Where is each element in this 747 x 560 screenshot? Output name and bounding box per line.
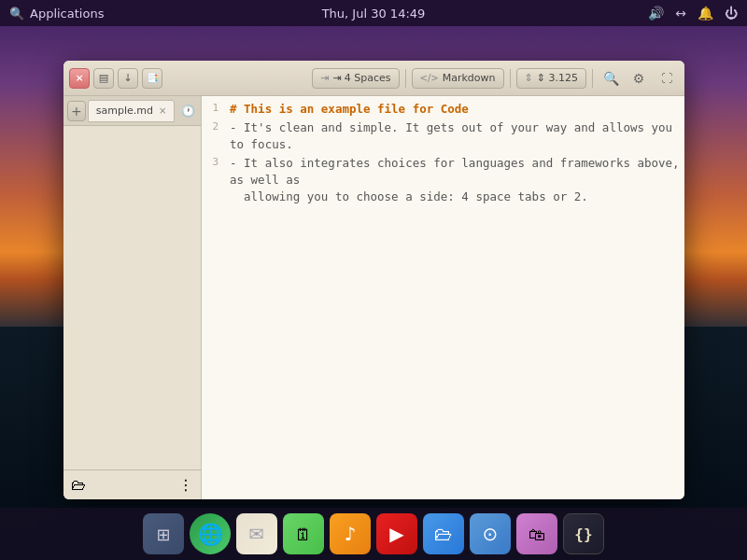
store-icon: 🛍 — [529, 525, 545, 544]
dock-item-browser[interactable]: 🌐 — [190, 513, 231, 554]
top-panel-left: 🔍 Applications — [9, 7, 104, 21]
plus-icon: + — [71, 104, 82, 119]
mail-icon: ✉ — [249, 523, 265, 545]
dock-item-store[interactable]: 🛍 — [516, 513, 557, 554]
top-panel: 🔍 Applications Thu, Jul 30 14:49 🔊 ↔ 🔔 ⏻ — [0, 0, 747, 26]
gear-icon: ⚙ — [633, 71, 645, 86]
dock: ⊞ 🌐 ✉ 🗓 ♪ ▶ 🗁 ⊙ 🛍 {} — [0, 508, 747, 560]
volume-icon[interactable]: 🔊 — [648, 6, 664, 21]
applications-label[interactable]: Applications — [30, 7, 104, 21]
files-icon: 🗁 — [434, 523, 453, 545]
sidebar: + sample.md × 🕐 🗁 ⋮ — [63, 96, 202, 499]
fullscreen-icon: ⛶ — [661, 72, 672, 85]
windows-overview-icon: ⊞ — [156, 525, 170, 544]
history-icon: 🕐 — [181, 105, 195, 118]
dock-item-windows-overview[interactable]: ⊞ — [143, 513, 184, 554]
settings-button[interactable]: ⚙ — [627, 66, 651, 91]
browser-icon: 🌐 — [198, 523, 223, 546]
top-panel-center: Thu, Jul 30 14:49 — [322, 7, 426, 21]
toolbar-separator-2 — [510, 69, 511, 88]
toolbar-separator-3 — [592, 69, 593, 88]
sidebar-bottom: 🗁 ⋮ — [63, 469, 201, 499]
fullscreen-button[interactable]: ⛶ — [655, 66, 679, 91]
dock-item-files[interactable]: 🗁 — [423, 513, 464, 554]
code-line-2: 2 - It's clean and simple. It gets out o… — [202, 119, 684, 154]
spaces-label: ⇥ 4 Spaces — [332, 72, 390, 84]
tab-close-button[interactable]: × — [159, 105, 166, 116]
tab-filename: sample.md — [96, 105, 153, 117]
spaces-selector[interactable]: ⇥ ⇥ 4 Spaces — [312, 68, 400, 89]
dock-item-mail[interactable]: ✉ — [236, 513, 277, 554]
bookmark-button[interactable]: 📑 — [142, 68, 162, 89]
code-brackets-icon: {} — [574, 525, 592, 543]
settings-toggle-icon: ⊙ — [483, 523, 499, 545]
line-content-1: # This is an example file for Code — [226, 101, 684, 118]
zoom-label: ⇕ 3.125 — [537, 72, 578, 84]
datetime-display: Thu, Jul 30 14:49 — [322, 7, 426, 21]
dock-item-settings[interactable]: ⊙ — [470, 513, 511, 554]
spaces-icon: ⇥ — [320, 72, 329, 84]
search-button[interactable]: 🔍 — [599, 66, 623, 91]
youtube-icon: ▶ — [389, 523, 403, 545]
search-icon: 🔍 — [9, 7, 24, 21]
dock-item-code[interactable]: {} — [563, 513, 604, 554]
dock-item-youtube[interactable]: ▶ — [376, 513, 417, 554]
code-line-3: 3 - It also integrates choices for langu… — [202, 154, 684, 206]
zoom-icon: ⇕ — [525, 72, 533, 84]
tab-item-sample-md[interactable]: sample.md × — [88, 100, 176, 122]
language-label: Markdown — [443, 72, 496, 84]
music-icon: ♪ — [345, 523, 357, 545]
toolbar-separator-1 — [405, 69, 406, 88]
close-button[interactable]: × — [69, 68, 90, 89]
tab-history-button[interactable]: 🕐 — [178, 101, 197, 121]
dock-item-music[interactable]: ♪ — [330, 513, 371, 554]
download-icon: ↓ — [123, 72, 132, 84]
line-content-3: - It also integrates choices for languag… — [226, 155, 684, 205]
search-icon-toolbar: 🔍 — [603, 71, 619, 86]
zoom-selector[interactable]: ⇕ ⇕ 3.125 — [516, 68, 586, 89]
top-panel-right: 🔊 ↔ 🔔 ⏻ — [648, 6, 738, 21]
folder-icon: ▤ — [99, 72, 108, 84]
sidebar-folder-icon[interactable]: 🗁 — [71, 476, 86, 494]
network-icon[interactable]: ↔ — [675, 6, 686, 21]
power-icon[interactable]: ⏻ — [725, 6, 738, 21]
language-selector[interactable]: </> Markdown — [412, 68, 504, 89]
notifications-icon[interactable]: 🔔 — [698, 6, 713, 21]
window-toolbar: × ▤ ↓ 📑 ⇥ ⇥ 4 Spaces </> Markdown ⇕ ⇕ 3.… — [63, 61, 684, 96]
editor-content[interactable]: 1 # This is an example file for Code 2 -… — [202, 96, 684, 499]
code-icon: </> — [420, 73, 439, 83]
download-button[interactable]: ↓ — [118, 68, 138, 89]
line-content-2: - It's clean and simple. It gets out of … — [226, 119, 684, 153]
line-number-1: 1 — [202, 101, 226, 114]
code-line-1: 1 # This is an example file for Code — [202, 100, 684, 119]
app-window: × ▤ ↓ 📑 ⇥ ⇥ 4 Spaces </> Markdown ⇕ ⇕ 3.… — [63, 61, 684, 499]
new-tab-button[interactable]: + — [67, 101, 86, 121]
dock-item-calendar[interactable]: 🗓 — [283, 513, 324, 554]
window-content: + sample.md × 🕐 🗁 ⋮ 1 — [63, 96, 684, 499]
tab-bar: + sample.md × 🕐 — [63, 96, 201, 126]
line-number-3: 3 — [202, 155, 226, 168]
editor-area[interactable]: 1 # This is an example file for Code 2 -… — [202, 96, 684, 499]
sidebar-menu-icon[interactable]: ⋮ — [178, 476, 193, 494]
calendar-icon: 🗓 — [295, 525, 312, 544]
open-file-button[interactable]: ▤ — [93, 68, 114, 89]
line-number-2: 2 — [202, 119, 226, 133]
